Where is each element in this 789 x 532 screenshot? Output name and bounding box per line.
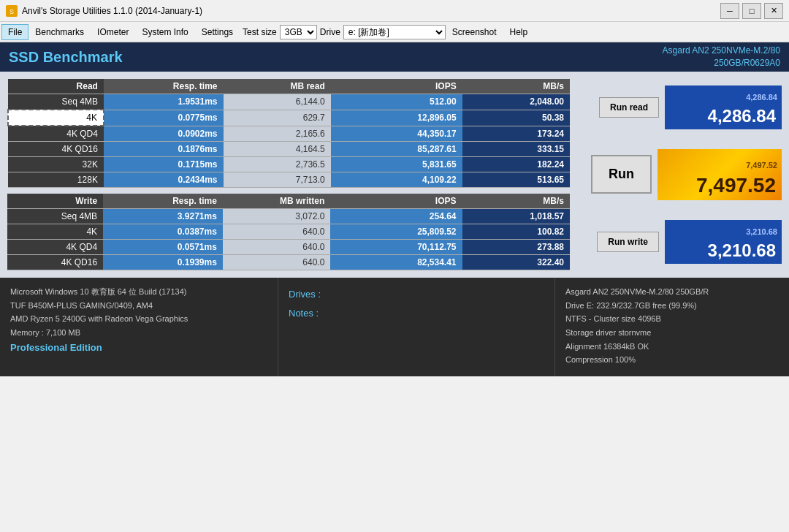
ssd-benchmark-title: SSD Benchmark	[9, 49, 123, 66]
svg-text:S: S	[9, 8, 14, 15]
write-score-large: 3,210.68	[702, 238, 782, 264]
read-row-iops: 4,109.22	[331, 172, 462, 188]
write-row-resp: 0.1939ms	[103, 255, 223, 270]
menu-benchmarks[interactable]: Benchmarks	[28, 24, 91, 40]
read-score-large: 4,286.84	[702, 103, 782, 129]
read-row-mbs: 513.65	[462, 172, 570, 188]
footer-left: Microsoft Windows 10 教育版 64 位 Build (171…	[0, 278, 278, 376]
right-panel: Run read 4,286.84 4,286.84 Run 7,497.52 …	[577, 79, 782, 270]
read-table-row: 4K 0.0775ms 629.7 12,896.05 50.38	[8, 110, 570, 126]
menu-settings[interactable]: Settings	[195, 24, 240, 40]
write-row-iops: 25,809.52	[330, 224, 462, 240]
read-row-iops: 512.00	[331, 94, 462, 110]
drive-info-line1: Asgard AN2 250NVMe-M.2/80	[663, 45, 780, 57]
footer-middle: Drives : Notes :	[278, 278, 555, 376]
write-section-label: Write	[7, 194, 103, 209]
read-row-resp: 0.0902ms	[104, 126, 224, 142]
test-size-select[interactable]: 3GB	[280, 25, 317, 39]
write-row-mb: 3,072.0	[223, 209, 330, 224]
read-score-group: Run read 4,286.84 4,286.84	[577, 86, 782, 129]
read-row-mb: 2,165.6	[224, 126, 331, 142]
write-row-mb: 640.0	[223, 240, 330, 255]
read-table: Read Resp. time MB read IOPS MB/s Seq 4M…	[7, 79, 570, 188]
drive-select[interactable]: e: [新加卷]	[343, 25, 446, 39]
read-row-iops: 12,896.05	[331, 110, 462, 126]
menu-help[interactable]: Help	[503, 24, 535, 40]
footer-drive-e: Drive E: 232.9/232.7GB free (99.9%)	[565, 299, 779, 313]
write-row-iops: 82,534.41	[330, 255, 462, 270]
read-row-label: 4K QD4	[8, 126, 104, 142]
write-row-iops: 70,112.75	[330, 240, 462, 255]
read-table-row: 128K 0.2434ms 7,713.0 4,109.22 513.65	[8, 172, 570, 188]
read-row-mb: 7,713.0	[224, 172, 331, 188]
read-col-mb: MB read	[224, 79, 331, 94]
footer: Microsoft Windows 10 教育版 64 位 Build (171…	[0, 278, 789, 376]
read-row-iops: 85,287.61	[331, 142, 462, 157]
app-icon: S	[6, 5, 18, 17]
footer-alignment: Alignment 16384kB OK	[565, 340, 779, 354]
run-main-group: Run 7,497.52 7,497.52	[577, 149, 782, 200]
read-row-resp: 0.2434ms	[104, 172, 224, 188]
write-score-group: Run write 3,210.68 3,210.68	[577, 220, 782, 264]
run-button[interactable]: Run	[591, 155, 652, 194]
read-row-mbs: 50.38	[462, 110, 570, 126]
footer-storage-driver: Storage driver stornvme	[565, 326, 779, 340]
write-col-mb: MB written	[223, 194, 330, 209]
read-score-small: 4,286.84	[742, 91, 782, 103]
write-col-mbs: MB/s	[462, 194, 570, 209]
menu-iometer[interactable]: IOmeter	[91, 24, 135, 40]
write-row-label: 4K	[7, 224, 103, 240]
total-score-large: 7,497.52	[690, 171, 782, 200]
menu-screenshot[interactable]: Screenshot	[446, 24, 503, 40]
read-row-iops: 44,350.17	[331, 126, 462, 142]
read-col-iops: IOPS	[331, 79, 462, 94]
write-row-label: 4K QD4	[7, 240, 103, 255]
footer-ntfs: NTFS - Cluster size 4096B	[565, 312, 779, 326]
footer-memory: Memory : 7,100 MB	[10, 326, 267, 340]
read-row-iops: 5,831.65	[331, 157, 462, 172]
footer-cpu: AMD Ryzen 5 2400G with Radeon Vega Graph…	[10, 312, 267, 326]
menu-file[interactable]: File	[1, 24, 28, 40]
write-row-mbs: 273.88	[462, 240, 570, 255]
write-table-row: Seq 4MB 3.9271ms 3,072.0 254.64 1,018.57	[7, 209, 570, 224]
menu-sysinfo[interactable]: System Info	[135, 24, 194, 40]
read-row-resp: 0.1715ms	[104, 157, 224, 172]
title-bar: S Anvil's Storage Utilities 1.1.0 (2014-…	[0, 0, 789, 22]
write-score-box: 3,210.68 3,210.68	[665, 220, 782, 264]
run-read-button[interactable]: Run read	[599, 97, 659, 118]
write-row-iops: 254.64	[330, 209, 462, 224]
run-write-button[interactable]: Run write	[597, 232, 659, 252]
footer-compression: Compression 100%	[565, 353, 779, 367]
read-score-box: 4,286.84 4,286.84	[665, 86, 782, 129]
footer-drive-model: Asgard AN2 250NVMe-M.2/80 250GB/R	[565, 285, 779, 299]
read-row-resp: 1.9531ms	[104, 94, 224, 110]
read-row-resp: 0.1876ms	[104, 142, 224, 157]
close-button[interactable]: ✕	[764, 3, 783, 19]
write-row-resp: 0.0387ms	[103, 224, 223, 240]
read-row-label: Seq 4MB	[8, 94, 104, 110]
footer-right: Asgard AN2 250NVMe-M.2/80 250GB/R Drive …	[555, 278, 789, 376]
drive-label: Drive	[320, 27, 340, 37]
footer-mobo: TUF B450M-PLUS GAMING/0409, AM4	[10, 299, 267, 313]
maximize-button[interactable]: □	[742, 3, 761, 19]
write-score-small: 3,210.68	[742, 226, 782, 238]
write-table-row: 4K 0.0387ms 640.0 25,809.52 100.82	[7, 224, 570, 240]
write-col-resp: Resp. time	[103, 194, 223, 209]
drive-info: Asgard AN2 250NVMe-M.2/80 250GB/R0629A0	[663, 45, 780, 69]
read-row-mb: 629.7	[224, 110, 331, 126]
minimize-button[interactable]: ─	[720, 3, 739, 19]
read-row-label: 128K	[8, 172, 104, 188]
write-row-mbs: 322.40	[462, 255, 570, 270]
write-row-mbs: 100.82	[462, 224, 570, 240]
header-band: SSD Benchmark Asgard AN2 250NVMe-M.2/80 …	[0, 42, 789, 72]
main-content: Read Resp. time MB read IOPS MB/s Seq 4M…	[0, 72, 789, 278]
drive-info-line2: 250GB/R0629A0	[663, 57, 780, 69]
read-table-row: 32K 0.1715ms 2,736.5 5,831.65 182.24	[8, 157, 570, 172]
footer-drives-label: Drives :	[289, 285, 544, 304]
read-row-label: 4K QD16	[8, 142, 104, 157]
read-row-mbs: 2,048.00	[462, 94, 570, 110]
read-row-mbs: 333.15	[462, 142, 570, 157]
read-row-mb: 6,144.0	[224, 94, 331, 110]
write-row-label: Seq 4MB	[7, 209, 103, 224]
read-col-resp: Resp. time	[104, 79, 224, 94]
